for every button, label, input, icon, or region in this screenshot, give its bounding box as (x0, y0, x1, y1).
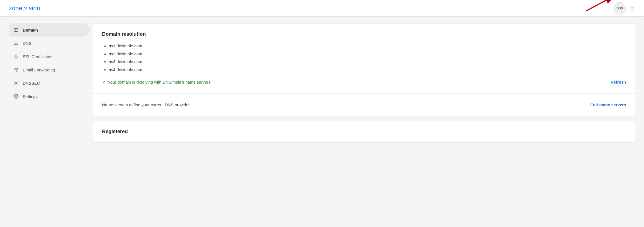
dnssec-icon (13, 80, 19, 86)
refresh-button[interactable]: Refresh (611, 79, 626, 86)
top-right: DNS ☆ (614, 2, 635, 14)
domain-resolution-title: Domain resolution (102, 31, 626, 37)
check-icon: ✓ (102, 79, 106, 85)
sidebar-item-email-forwarding-label: Email Forwarding (23, 68, 55, 72)
top-bar: zone.vision DNS ☆ (0, 0, 644, 17)
nameserver-list: ns1.dnsimple.comns2.dnsimple.comns3.dnsi… (102, 42, 626, 74)
svg-rect-8 (15, 56, 17, 58)
status-text: ✓ Your domain is resolving with DNSimple… (102, 79, 212, 85)
sidebar-item-dnssec-label: DNSSEC (23, 81, 40, 86)
sidebar-item-dns-label: DNS (23, 41, 32, 46)
domain-resolution-card: Domain resolution ns1.dnsimple.comns2.dn… (93, 23, 635, 116)
email-forwarding-icon (13, 67, 19, 73)
edit-name-servers-button[interactable]: Edit name servers (590, 101, 626, 108)
svg-point-11 (15, 82, 17, 84)
nameserver-item: ns2.dnsimple.com (109, 50, 626, 58)
sidebar-item-dnssec[interactable]: DNSSEC (9, 76, 86, 90)
nameserver-item: ns4.dnsimple.com (109, 66, 626, 74)
domain-resolution-section: Domain resolution ns1.dnsimple.comns2.dn… (93, 24, 635, 94)
name-server-row: Name servers define your current DNS pro… (93, 94, 635, 116)
sidebar-item-email-forwarding[interactable]: Email Forwarding (9, 63, 86, 76)
sidebar-item-settings[interactable]: Settings (9, 90, 86, 103)
sidebar: DomainDNSSSL CertificatesEmail Forwardin… (9, 23, 86, 220)
settings-icon (13, 94, 19, 99)
ssl-icon (13, 54, 19, 59)
nameserver-item: ns1.dnsimple.com (109, 42, 626, 50)
svg-line-1 (586, 0, 616, 11)
sidebar-item-settings-label: Settings (23, 94, 38, 99)
main-layout: DomainDNSSSL CertificatesEmail Forwardin… (0, 17, 644, 227)
nameserver-item: ns3.dnsimple.com (109, 58, 626, 66)
sidebar-item-domain-label: Domain (23, 28, 38, 32)
status-message: Your domain is resolving with DNSimple's… (108, 80, 212, 84)
star-icon[interactable]: ☆ (629, 4, 635, 12)
registered-card: Registered (93, 121, 635, 143)
dns-badge[interactable]: DNS (614, 2, 626, 14)
content-area: Domain resolution ns1.dnsimple.comns2.dn… (93, 23, 635, 220)
sidebar-item-ssl[interactable]: SSL Certificates (9, 50, 86, 63)
dns-icon (13, 40, 19, 46)
svg-point-12 (15, 96, 17, 97)
registered-title: Registered (102, 129, 626, 135)
sidebar-item-dns[interactable]: DNS (9, 37, 86, 50)
ns-description: Name servers define your current DNS pro… (102, 102, 190, 107)
logo: zone.vision (9, 5, 40, 12)
domain-icon (13, 27, 19, 33)
sidebar-item-domain[interactable]: Domain (9, 23, 86, 37)
sidebar-item-ssl-label: SSL Certificates (23, 54, 52, 59)
status-row: ✓ Your domain is resolving with DNSimple… (102, 79, 626, 86)
